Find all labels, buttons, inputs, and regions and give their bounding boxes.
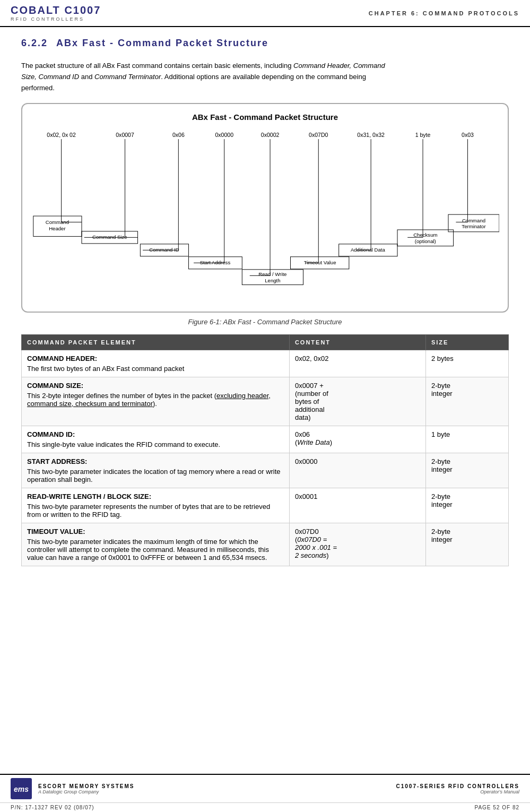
svg-text:0x0002: 0x0002 <box>261 132 280 139</box>
svg-text:ems: ems <box>14 785 29 793</box>
element-cell: COMMAND SIZE: This 2-byte integer define… <box>22 377 290 426</box>
section-number: 6.2.2 <box>21 38 48 49</box>
page-footer: ems ESCORT MEMORY SYSTEMS A Datalogic Gr… <box>0 774 530 812</box>
element-name: START ADDRESS: <box>27 457 284 465</box>
element-cell: TIMEOUT VALUE: This two-byte parameter i… <box>22 523 290 566</box>
section-title: ABx Fast - Command Packet Structure <box>56 38 268 49</box>
logo-area: COBALT C1007 RFID CONTROLLERS <box>11 4 101 22</box>
footer-left: ems ESCORT MEMORY SYSTEMS A Datalogic Gr… <box>11 778 134 799</box>
footer-company-sub: A Datalogic Group Company <box>38 789 134 794</box>
footer-logo: ems <box>11 778 32 799</box>
size-cell: 1 byte <box>425 426 508 453</box>
svg-text:0x0000: 0x0000 <box>215 132 233 139</box>
diagram-container: ABx Fast - Command Packet Structure 0x02… <box>21 103 509 312</box>
footer-product-sub: Operator's Manual <box>396 789 519 794</box>
packet-structure-diagram: 0x02, 0x 02 0x0007 0x06 0x0000 0x0002 0x… <box>31 128 499 301</box>
footer-page: PAGE 52 OF 82 <box>474 805 519 810</box>
col-header-size: SIZE <box>425 334 508 350</box>
element-desc: This two-byte parameter represents the n… <box>27 503 270 519</box>
element-desc: This two-byte parameter indicates the ma… <box>27 538 269 562</box>
footer-partno: P/N: 17-1327 REV 02 (08/07) <box>11 805 94 810</box>
svg-text:0x07D0: 0x07D0 <box>309 132 328 139</box>
svg-text:Timeout Value: Timeout Value <box>304 260 336 266</box>
section-intro: The packet structure of all ABx Fast com… <box>21 61 393 93</box>
content-cell: 0x0000 <box>289 453 425 488</box>
svg-text:Header: Header <box>49 226 66 231</box>
element-name: COMMAND ID: <box>27 430 284 438</box>
logo-title: COBALT C1007 <box>11 4 101 16</box>
size-cell: 2-byteinteger <box>425 453 508 488</box>
figure-caption: Figure 6-1: ABx Fast - Command Packet St… <box>21 318 509 326</box>
table-row: COMMAND HEADER: The first two bytes of a… <box>22 350 509 377</box>
svg-text:(optional): (optional) <box>415 238 436 244</box>
element-desc: This two-byte parameter indicates the lo… <box>27 468 281 483</box>
svg-text:Additional Data: Additional Data <box>351 247 386 253</box>
element-desc: This single-byte value indicates the RFI… <box>27 440 220 448</box>
element-cell: READ-WRITE LENGTH / BLOCK SIZE: This two… <box>22 488 290 523</box>
table-row: COMMAND SIZE: This 2-byte integer define… <box>22 377 509 426</box>
element-cell: START ADDRESS: This two-byte parameter i… <box>22 453 290 488</box>
content-cell: 0x02, 0x02 <box>289 350 425 377</box>
svg-text:Checksum: Checksum <box>413 232 437 238</box>
col-header-element: COMMAND PACKET ELEMENT <box>22 334 290 350</box>
element-cell: COMMAND ID: This single-byte value indic… <box>22 426 290 453</box>
element-desc: The first two bytes of an ABx Fast comma… <box>27 365 184 373</box>
footer-right: C1007-SERIES RFID CONTROLLERS Operator's… <box>396 783 519 794</box>
element-cell: COMMAND HEADER: The first two bytes of a… <box>22 350 290 377</box>
table-row: START ADDRESS: This two-byte parameter i… <box>22 453 509 488</box>
size-cell: 2 bytes <box>425 350 508 377</box>
table-row: READ-WRITE LENGTH / BLOCK SIZE: This two… <box>22 488 509 523</box>
size-cell: 2-byteinteger <box>425 377 508 426</box>
size-cell: 2-byteinteger <box>425 488 508 523</box>
svg-text:Terminator: Terminator <box>462 223 486 229</box>
svg-text:0x03: 0x03 <box>462 132 474 139</box>
svg-text:Length: Length <box>265 278 280 283</box>
svg-text:Command Size: Command Size <box>92 235 127 240</box>
size-cell: 2-byteinteger <box>425 523 508 566</box>
element-name: TIMEOUT VALUE: <box>27 528 284 535</box>
footer-company: ESCORT MEMORY SYSTEMS <box>38 783 134 789</box>
svg-text:0x06: 0x06 <box>172 132 185 139</box>
content-cell: 0x07D0(0x07D0 =2000 x .001 =2 seconds) <box>289 523 425 566</box>
element-name: COMMAND HEADER: <box>27 355 284 362</box>
table-row: COMMAND ID: This single-byte value indic… <box>22 426 509 453</box>
footer-product: C1007-SERIES RFID CONTROLLERS <box>396 783 519 789</box>
svg-text:0x02, 0x 02: 0x02, 0x 02 <box>47 132 76 139</box>
content-cell: 0x06(Write Data) <box>289 426 425 453</box>
element-name: READ-WRITE LENGTH / BLOCK SIZE: <box>27 493 284 500</box>
content-cell: 0x0001 <box>289 488 425 523</box>
svg-text:Command ID: Command ID <box>149 247 179 253</box>
table-row: TIMEOUT VALUE: This two-byte parameter i… <box>22 523 509 566</box>
col-header-content: CONTENT <box>289 334 425 350</box>
main-content: 6.2.2 ABx Fast - Command Packet Structur… <box>0 27 530 577</box>
svg-text:0x0007: 0x0007 <box>116 132 134 139</box>
content-cell: 0x0007 +(number ofbytes ofadditionaldata… <box>289 377 425 426</box>
svg-text:1 byte: 1 byte <box>415 132 431 139</box>
element-name: COMMAND SIZE: <box>27 382 284 390</box>
svg-text:Read / Write: Read / Write <box>258 272 286 278</box>
svg-text:Start Address: Start Address <box>200 260 231 266</box>
page-header: COBALT C1007 RFID CONTROLLERS CHAPTER 6:… <box>0 0 530 27</box>
diagram-title: ABx Fast - Command Packet Structure <box>31 113 499 122</box>
command-packet-table: COMMAND PACKET ELEMENT CONTENT SIZE COMM… <box>21 334 509 566</box>
svg-text:0x31, 0x32: 0x31, 0x32 <box>357 132 385 139</box>
svg-text:Command: Command <box>46 220 69 226</box>
element-desc: This 2-byte integer defines the number o… <box>27 392 271 408</box>
svg-text:Command: Command <box>462 218 485 223</box>
chapter-title: CHAPTER 6: COMMAND PROTOCOLS <box>369 10 519 16</box>
logo-subtitle: RFID CONTROLLERS <box>11 16 101 22</box>
